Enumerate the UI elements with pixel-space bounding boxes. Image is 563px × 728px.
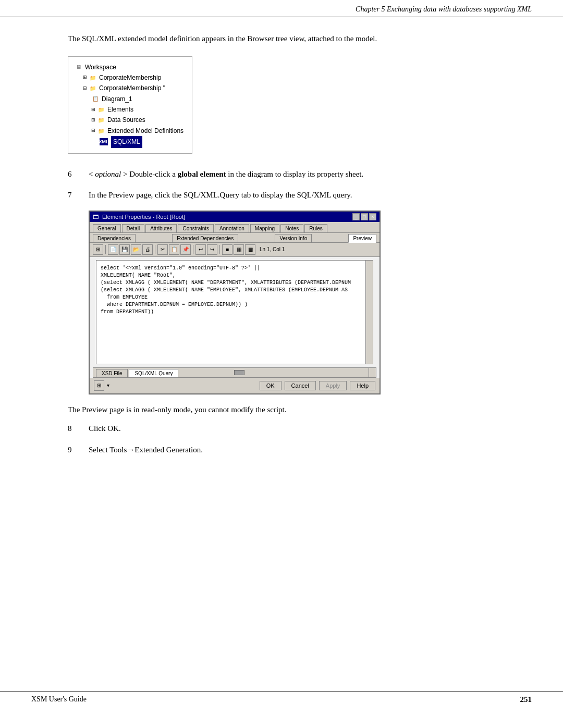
corner-box [369,367,376,378]
step-9-text: Select Tools→Extended Generation. [89,444,511,456]
step-9-num: 9 [68,444,89,456]
tab-annotation[interactable]: Annotation [215,224,249,232]
dialog-titlebar: 🗖 Element Properties - Root [Root] _ □ × [90,212,380,222]
toolbar-print-btn[interactable]: 🖨 [142,244,153,255]
code-line-3: (select XMLAGG ( XMLELEMENT( NAME "DEPAR… [101,279,369,287]
help-button[interactable]: Help [350,381,375,390]
scroll-thumb [234,370,244,375]
tab-preview[interactable]: Preview [348,234,376,243]
sqlxml-icon: XML [100,138,108,145]
code-line-6: where DEPARTMENT.DEPNUM = EMPLOYEE.DEPNU… [101,301,369,309]
diagram-icon: 📋 [91,95,100,103]
dialog-tabs-row1: General Detail Attributes Constraints An… [90,222,380,233]
tab-sqlxml-query[interactable]: SQL/XML Query [129,369,178,377]
tab-rules[interactable]: Rules [304,224,327,232]
footer-grid-btn[interactable]: ⊞ [94,380,104,391]
tab-mapping[interactable]: Mapping [250,224,279,232]
tab-detail[interactable]: Detail [122,224,145,232]
code-area-container: select '<?xml version="1.0" encoding="UT… [93,260,376,364]
tab-extended-dependencies[interactable]: Extended Dependencies [172,234,238,242]
elements-folder-icon: 📁 [97,106,105,113]
step-8-num: 8 [68,423,89,435]
tab-dependencies[interactable]: Dependencies [93,234,136,242]
footer-left-text: XSM User's Guide [31,695,87,704]
step-8: 8 Click OK. [68,423,511,435]
toolbar-redo-btn[interactable]: ↪ [207,244,217,255]
code-line-1: select '<?xml version="1.0" encoding="UT… [101,265,369,272]
tab-version-info[interactable]: Version Info [275,234,312,242]
toolbar-copy-btn[interactable]: 📋 [169,244,179,255]
apply-button[interactable]: Apply [319,381,347,390]
footer-left-area: ⊞ ▾ [94,380,109,391]
step-6-bold: global element [178,170,226,178]
code-line-7: from DEPARTMENT)) [101,309,369,316]
code-content[interactable]: select '<?xml version="1.0" encoding="UT… [96,260,373,364]
tab-general[interactable]: General [93,224,121,232]
tab-attributes[interactable]: Attributes [145,224,177,232]
toolbar-separator-3 [193,245,193,254]
cancel-button[interactable]: Cancel [285,381,316,390]
tree-item-sqlxml: XML SQL/XML [100,136,183,147]
footer-page-number: 251 [520,695,532,704]
dialog-title: 🗖 Element Properties - Root [Root] [93,214,185,220]
toolbar-paste-btn[interactable]: 📌 [180,244,191,255]
toolbar-open-btn[interactable]: 📂 [131,244,141,255]
step-6: 6 < optional > Double-click a global ele… [68,168,511,180]
tree-item-elements: ⊞ 📁 Elements [91,104,183,115]
position-label: Ln 1, Col 1 [260,246,285,252]
step-6-text: < optional > Double-click a global eleme… [89,168,511,180]
toolbar-new-btn[interactable]: 📄 [108,244,118,255]
element-properties-dialog: 🗖 Element Properties - Root [Root] _ □ ×… [89,211,381,394]
dialog-footer: ⊞ ▾ OK Cancel Apply Help [90,378,380,393]
step-7: 7 In the Preview page, click the SQL/XML… [68,189,511,201]
toolbar-separator-4 [219,245,220,254]
extmodel-icon: 📁 [97,127,105,134]
tree-item-workspace: 🖥 Workspace [75,62,183,72]
toolbar-separator-1 [105,245,106,254]
step-7-num: 7 [68,189,89,201]
page-container: Chapter 5 Exchanging data with databases… [0,0,563,728]
header-text: Chapter 5 Exchanging data with databases… [356,5,532,13]
tree-item-extmodel: ⊟ 📁 Extended Model Definitions [91,126,183,136]
tab-xsd-file[interactable]: XSD File [96,369,128,377]
step-6-num: 6 [68,168,89,180]
maximize-button[interactable]: □ [361,213,368,220]
dialog-titlebar-buttons: _ □ × [352,213,376,220]
intro-paragraph: The SQL/XML extended model definition ap… [68,33,511,45]
horizontal-scroll[interactable] [232,367,370,378]
dialog-toolbar: ⊞ 📄 💾 📂 🖨 ✂ 📋 📌 ↩ ↪ ■ ▦ ▩ Ln 1, Col 1 [90,243,380,257]
bottom-tabs-row: XSD File SQL/XML Query [93,367,376,378]
code-line-2: XMLELEMENT( NAME "Root", [101,272,369,279]
code-line-4: (select XMLAGG ( XMLELEMENT( NAME "EMPLO… [101,287,369,294]
minimize-button[interactable]: _ [352,213,360,220]
step-8-text: Click OK. [89,423,511,435]
code-line-5: from EMPLOYEE [101,294,369,301]
toolbar-grid-btn[interactable]: ⊞ [93,244,103,255]
tab-constraints[interactable]: Constraints [178,224,214,232]
workspace-icon: 🖥 [75,64,83,71]
browser-tree: 🖥 Workspace ⊞ 📁 CorporateMembership ⊟ 📁 … [68,56,192,154]
tab-notes[interactable]: Notes [280,224,303,232]
toolbar-separator-2 [155,245,155,254]
close-button[interactable]: × [369,213,376,220]
toolbar-bold-btn[interactable]: ■ [222,244,232,255]
tree-item-corp2: ⊟ 📁 CorporateMembership " [83,83,183,93]
toolbar-extra-btn[interactable]: ▩ [245,244,255,255]
folder-icon1: 📁 [89,74,97,81]
folder-icon2: 📁 [89,84,97,92]
datasources-icon: 📁 [97,117,105,124]
ok-button[interactable]: OK [260,381,282,390]
post-dialog-text: The Preview page is in read-only mode, y… [68,404,511,416]
toolbar-save-btn[interactable]: 💾 [119,244,130,255]
page-footer: XSM User's Guide 251 [0,692,563,707]
tree-item-corp1: ⊞ 📁 CorporateMembership [83,72,183,83]
bottom-tabs: XSD File SQL/XML Query [93,367,232,378]
toolbar-italic-btn[interactable]: ▦ [234,244,244,255]
tree-item-datasources: ⊞ 📁 Data Sources [91,115,183,125]
toolbar-undo-btn[interactable]: ↩ [195,244,206,255]
step-9: 9 Select Tools→Extended Generation. [68,444,511,456]
main-content: The SQL/XML extended model definition ap… [0,17,563,496]
toolbar-cut-btn[interactable]: ✂ [157,244,168,255]
step-7-text: In the Preview page, click the SQL/XML.Q… [89,189,511,201]
vertical-scrollbar[interactable] [365,261,373,364]
